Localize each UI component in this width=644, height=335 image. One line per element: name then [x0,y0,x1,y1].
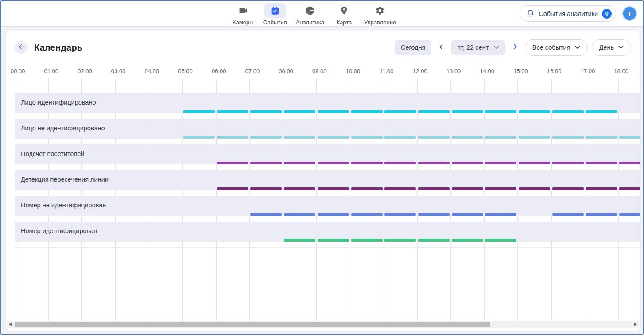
event-bar-segment[interactable] [284,213,315,216]
event-bar-segment[interactable] [485,136,516,139]
grid-cells-row [15,190,640,196]
event-row-band: Детекция пересечения линии [15,171,640,190]
scrollbar-thumb[interactable] [15,322,490,327]
analytics-events-button[interactable]: События аналитики 0 [520,5,616,22]
grid-cells-row [15,242,640,248]
event-bar-segment[interactable] [351,162,383,164]
events-filter-dropdown[interactable]: Все события [525,39,588,56]
event-bar-segment[interactable] [284,162,315,164]
event-bar-segment[interactable] [619,136,640,139]
event-bar-segment[interactable] [250,110,282,113]
scroll-left-arrow-icon[interactable] [7,321,14,328]
event-bar-segment[interactable] [384,187,416,190]
event-bar-segment[interactable] [217,162,248,164]
event-row-band: Лицо идентифицировано [15,93,640,113]
back-button[interactable] [15,41,28,54]
event-bar-segment[interactable] [619,162,640,164]
event-bar-segment[interactable] [452,162,483,164]
event-bar-segment[interactable] [384,136,416,139]
event-bar-segment[interactable] [485,110,516,113]
event-bar-segment[interactable] [552,213,584,216]
event-bar-segment[interactable] [586,187,617,190]
event-bar-segment[interactable] [418,187,450,190]
event-bar-segment[interactable] [418,239,450,242]
event-bar-segment[interactable] [452,187,483,190]
event-bar-segment[interactable] [250,187,282,190]
event-bar-segment[interactable] [318,187,349,190]
nav-tab-2[interactable]: Аналитика [294,2,326,27]
event-bar-segment[interactable] [217,136,248,139]
event-bar-segment[interactable] [619,187,640,190]
event-bar-segment[interactable] [318,213,349,216]
event-bar-segment[interactable] [452,110,483,113]
today-button[interactable]: Сегодня [395,40,432,55]
event-bar-segment[interactable] [552,136,584,139]
event-bar-segment[interactable] [619,213,640,216]
event-bar-segment[interactable] [485,213,516,216]
event-bar-segment[interactable] [418,213,450,216]
event-bar-segment[interactable] [250,213,282,216]
event-bar-segment[interactable] [586,136,617,139]
horizontal-scrollbar[interactable] [7,321,639,328]
event-bar-segment[interactable] [250,136,282,139]
event-bar-segment[interactable] [485,239,516,242]
event-bar-segment[interactable] [183,110,215,113]
event-bar-segment[interactable] [452,239,483,242]
event-bar-segment[interactable] [586,110,617,113]
view-mode-label: День [599,44,614,51]
event-bar-segment[interactable] [384,239,416,242]
event-bar-segment[interactable] [284,187,315,190]
event-bar-segment[interactable] [519,110,550,113]
nav-tab-1[interactable]: События [261,2,289,27]
event-bar-segment[interactable] [351,187,383,190]
event-bar-segment[interactable] [284,110,315,113]
event-bar-segment[interactable] [318,110,349,113]
event-bar-segment[interactable] [519,187,550,190]
event-bar-segment[interactable] [418,110,450,113]
event-bar-segment[interactable] [552,187,584,190]
next-day-button[interactable] [509,42,521,53]
hour-tick-label: 13:00 [442,68,465,74]
event-bar-segment[interactable] [351,213,383,216]
view-mode-dropdown[interactable]: День [592,39,631,56]
event-bar-segment[interactable] [519,136,550,139]
event-bar-segment[interactable] [318,162,349,164]
event-bar-segment[interactable] [552,162,584,164]
event-bar-segment[interactable] [452,213,483,216]
event-bar-segment[interactable] [384,213,416,216]
nav-tab-4[interactable]: Управление [362,2,398,27]
event-bar-segment[interactable] [318,136,349,139]
event-bar-segment[interactable] [519,162,550,164]
date-selector-label: пт, 22 сент. [457,44,489,51]
event-bar-segment[interactable] [351,239,383,242]
scroll-right-arrow-icon[interactable] [632,321,639,328]
event-bar-segment[interactable] [284,239,315,242]
hour-tick-label: 16:00 [543,68,565,74]
event-bar-segment[interactable] [284,136,315,139]
event-bar-segment[interactable] [418,136,450,139]
event-bar-segment[interactable] [452,136,483,139]
event-bar-segment[interactable] [586,213,617,216]
analytics-events-label: События аналитики [539,10,598,17]
prev-day-button[interactable] [435,42,447,53]
event-bar-segment[interactable] [250,162,282,164]
event-bar-segment[interactable] [485,162,516,164]
header-controls: Сегодня пт, 22 сент. [395,39,631,56]
event-bar-segment[interactable] [351,136,383,139]
event-bar-segment[interactable] [318,239,349,242]
event-bar-segment[interactable] [217,110,248,113]
event-bar-segment[interactable] [384,162,416,164]
nav-tab-label: Управление [364,19,396,26]
event-bar-segment[interactable] [485,187,516,190]
event-bar-segment[interactable] [552,110,584,113]
event-bar-segment[interactable] [351,110,383,113]
nav-tab-3[interactable]: Карта [331,2,357,27]
date-selector[interactable]: пт, 22 сент. [451,40,505,55]
event-bar-segment[interactable] [217,187,248,190]
event-bar-segment[interactable] [384,110,416,113]
event-bar-segment[interactable] [586,162,617,164]
event-bar-segment[interactable] [183,136,215,139]
event-bar-segment[interactable] [418,162,450,164]
nav-tab-0[interactable]: Камеры [230,2,256,27]
user-avatar[interactable]: T [622,6,637,21]
